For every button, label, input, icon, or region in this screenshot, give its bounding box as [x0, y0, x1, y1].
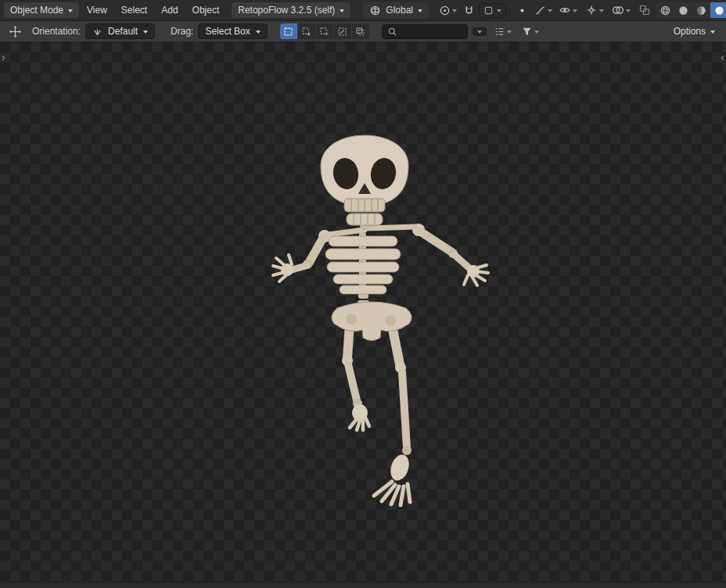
shading-mode-group: [656, 2, 726, 18]
shading-rendered-button[interactable]: [710, 2, 726, 18]
axes-icon: [92, 27, 102, 37]
viewport-header: Object Mode View Select Add Object Retop…: [0, 0, 726, 21]
search-icon: [387, 27, 397, 37]
drag-value: Select Box: [205, 26, 250, 37]
viewport-3d[interactable]: › ‹: [0, 42, 726, 582]
gizmo-icon: [585, 4, 598, 16]
tool-settings-bar: Orientation: Default Drag: Select Box: [0, 21, 726, 42]
overlays-dropdown[interactable]: [609, 2, 633, 18]
orientation-label: Orientation:: [32, 26, 81, 37]
options-dropdown[interactable]: Options: [669, 23, 720, 39]
chevron-down-icon: [143, 30, 148, 34]
chevron-down-icon: [452, 9, 457, 13]
mode-label: Object Mode: [10, 5, 63, 16]
select-mode-set-button[interactable]: [280, 23, 297, 39]
global-orientation-icon: [369, 5, 381, 16]
select-set-icon: [283, 27, 293, 37]
menu-add[interactable]: Add: [155, 2, 184, 18]
pivot-point-dropdown[interactable]: [437, 3, 459, 18]
xray-icon: [638, 4, 651, 16]
search-box: [382, 24, 468, 39]
tree-list-icon: [494, 26, 505, 38]
select-extend-icon: [301, 27, 311, 37]
gizmos-dropdown[interactable]: [583, 2, 606, 18]
chevron-down-icon: [340, 9, 344, 13]
proportional-dot-icon: [516, 5, 528, 16]
rendered-sphere-icon: [713, 5, 725, 16]
retopoflow-menu[interactable]: RetopoFlow 3.2.5 (self): [232, 2, 350, 18]
transform-orientation-dropdown[interactable]: Global: [363, 2, 429, 19]
pivot-point-icon: [439, 5, 451, 16]
chevron-down-icon: [548, 9, 552, 13]
menu-select[interactable]: Select: [115, 2, 153, 18]
shading-wireframe-button[interactable]: [656, 2, 674, 18]
chevron-down-icon: [507, 30, 512, 34]
mode-dropdown[interactable]: Object Mode: [4, 2, 79, 18]
chevron-down-icon: [477, 30, 482, 34]
overlays-icon: [612, 4, 624, 16]
select-invert-icon: [337, 27, 347, 37]
select-subtract-icon: [319, 27, 329, 37]
chevron-down-icon: [573, 9, 577, 13]
move-tool-icon: [9, 25, 22, 38]
tool-orientation-value: Default: [108, 26, 138, 37]
select-intersect-icon: [355, 27, 365, 37]
visibility-dropdown[interactable]: [556, 2, 580, 18]
falloff-curve-icon: [534, 5, 546, 16]
chevron-down-icon: [534, 30, 539, 34]
active-tool-button[interactable]: [6, 23, 24, 40]
menu-object[interactable]: Object: [186, 2, 226, 18]
select-mode-extend-button[interactable]: [298, 23, 315, 39]
snap-settings-dropdown[interactable]: [479, 3, 506, 18]
chevron-down-icon: [256, 30, 261, 34]
select-mode-subtract-button[interactable]: [316, 23, 333, 39]
proportional-falloff-dropdown[interactable]: [532, 3, 555, 18]
sidebar-toggle-arrow[interactable]: ‹: [721, 52, 724, 63]
search-options-dropdown[interactable]: [473, 27, 487, 36]
xray-toggle[interactable]: [636, 2, 653, 18]
display-mode-dropdown[interactable]: [491, 24, 514, 39]
select-mode-invert-button[interactable]: [334, 23, 351, 39]
filter-dropdown[interactable]: [519, 24, 541, 39]
funnel-icon: [521, 26, 533, 38]
snap-toggle[interactable]: [461, 3, 477, 18]
select-mode-intersect-button[interactable]: [352, 23, 369, 39]
chevron-down-icon: [497, 9, 501, 13]
chevron-down-icon: [599, 9, 604, 13]
orientation-value: Global: [386, 5, 413, 16]
search-input[interactable]: [401, 26, 462, 37]
select-mode-group: [280, 23, 369, 39]
chevron-down-icon: [626, 9, 631, 13]
solid-sphere-icon: [677, 5, 689, 16]
proportional-editing-toggle[interactable]: [514, 3, 530, 18]
wireframe-sphere-icon: [660, 5, 671, 16]
header-right-cluster: [556, 2, 726, 18]
chevron-down-icon: [710, 30, 715, 34]
chevron-down-icon: [68, 9, 73, 13]
menu-view[interactable]: View: [81, 2, 113, 18]
magnet-icon: [463, 5, 475, 16]
drag-dropdown[interactable]: Select Box: [198, 23, 267, 39]
tool-orientation-dropdown[interactable]: Default: [85, 23, 155, 39]
chevron-down-icon: [418, 9, 422, 13]
eye-icon: [559, 4, 571, 16]
retopoflow-label: RetopoFlow 3.2.5 (self): [238, 5, 335, 16]
shading-solid-button[interactable]: [674, 2, 692, 18]
status-bar: [0, 582, 726, 588]
drag-label: Drag:: [171, 26, 193, 37]
options-label: Options: [674, 26, 706, 37]
toolbar-toggle-arrow[interactable]: ›: [2, 52, 5, 63]
shading-material-button[interactable]: [692, 2, 710, 18]
snap-target-icon: [483, 5, 494, 16]
skeleton-model[interactable]: [262, 114, 497, 552]
material-sphere-icon: [695, 5, 707, 16]
